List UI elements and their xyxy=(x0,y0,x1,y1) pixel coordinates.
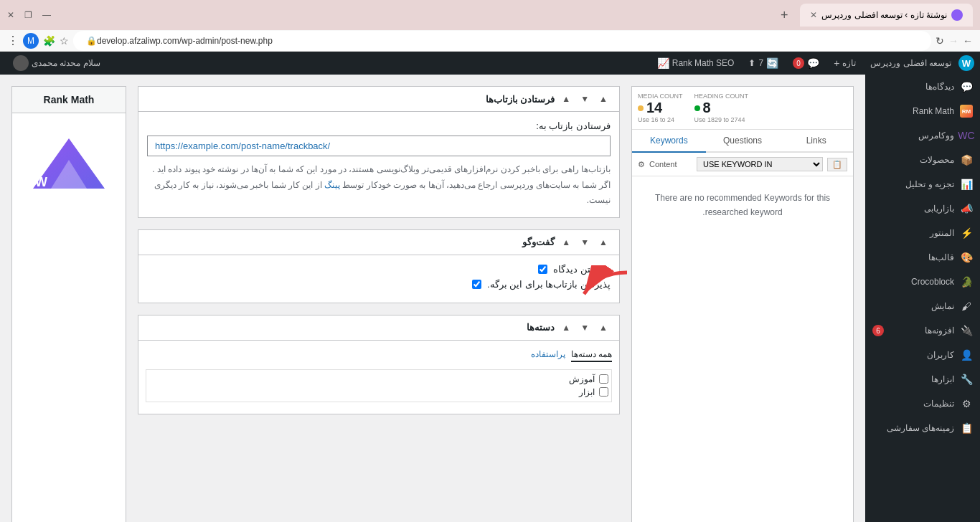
media-dot xyxy=(638,105,644,111)
categories-panel-title: دسته‌ها xyxy=(147,322,555,333)
sidebar-item-label: Rank Math xyxy=(913,106,954,116)
updates-item[interactable]: 🔄 7 ⬆ xyxy=(741,52,786,75)
sidebar-item-marketing[interactable]: 📣 بازاریابی xyxy=(865,196,980,221)
minimize-button[interactable]: — xyxy=(42,10,51,20)
discussion-panel-body: پذیرفتن دیدگاه پذیرفتن بازتاب‌ها برای ای… xyxy=(138,255,619,303)
sidebar-item-dashboard[interactable]: 💬 دیدگاه‌ها xyxy=(865,75,980,99)
categories-toggle-button[interactable]: ▼ xyxy=(578,321,592,334)
updates-count: 7 xyxy=(758,58,763,68)
greeting-text: سلام محدثه محمدی xyxy=(32,58,100,68)
copy-keyword-button[interactable]: 📋 xyxy=(827,158,847,171)
dashboard-icon: 💬 xyxy=(960,80,973,93)
categories-panel-header: ▲ ▼ ▲ دسته‌ها xyxy=(138,315,619,341)
menu-button[interactable]: ⋮ xyxy=(7,34,19,47)
sidebar-item-rankmath[interactable]: RM Rank Math xyxy=(865,99,980,123)
cat-tab-popular[interactable]: پراستفاده xyxy=(531,348,565,362)
discussion-checkboxes: پذیرفتن دیدگاه پذیرفتن بازتاب‌ها برای ای… xyxy=(147,264,611,290)
sidebar-item-label: زمینه‌های سفارشی xyxy=(887,423,954,433)
trackback-toggle-button[interactable]: ▼ xyxy=(578,92,592,105)
trackbacks-checkbox[interactable] xyxy=(472,280,481,289)
rankmath-icon: RM xyxy=(960,105,973,118)
browser-chrome: نوشتهٔ تازه › توسعه افضلی وردپرس ✕ + — ❐… xyxy=(0,0,980,30)
sidebar-item-crocoblock[interactable]: 🐊 Crocoblock xyxy=(865,270,980,294)
sidebar-item-users[interactable]: 👤 کاربران xyxy=(865,343,980,367)
croco-icon: 🐊 xyxy=(960,275,973,288)
rank-math-logo-svg: W xyxy=(26,135,112,192)
sidebar-item-analytics[interactable]: 📊 تجزیه و تحلیل xyxy=(865,172,980,196)
categories-move-button[interactable]: ▲ xyxy=(559,321,573,334)
trackbacks-check-row: پذیرفتن بازتاب‌ها برای این برگه. xyxy=(147,279,611,290)
sidebar-item-settings[interactable]: ⚙ تنظیمات xyxy=(865,392,980,416)
category-label-1: ابزار xyxy=(579,387,595,397)
keyword-filter-select[interactable]: USE KEYWORD IN xyxy=(697,157,823,171)
sidebar-item-woocommerce[interactable]: WC ووکامرس xyxy=(865,123,980,148)
wp-main-content: MEDIA COUNT 14 Use 16 to 24 HEADING COUN… xyxy=(0,75,865,522)
comments-item[interactable]: 💬 0 xyxy=(786,52,826,75)
trackback-description: بازتاب‌ها راهی برای باخبر کردن نرم‌افزار… xyxy=(147,162,611,209)
sidebar-item-mentor[interactable]: ⚡ المنتور xyxy=(865,221,980,245)
greeting-item[interactable]: سلام محدثه محمدی xyxy=(6,52,108,75)
sidebar-item-templates[interactable]: 🎨 قالب‌ها xyxy=(865,245,980,270)
trackback-field-label: فرستادن بازتاب به: xyxy=(147,120,611,131)
new-tab-button[interactable]: + xyxy=(774,5,794,25)
discussion-panel-title: گفت‌وگو xyxy=(147,237,555,247)
comments-checkbox[interactable] xyxy=(538,265,547,274)
users-icon: 👤 xyxy=(960,348,973,361)
category-item-0: آموزش xyxy=(149,373,608,386)
sidebar-item-tools[interactable]: 🔧 ابزارها xyxy=(865,367,980,392)
ping-link[interactable]: پینگ xyxy=(324,180,340,190)
cat-tab-all[interactable]: همه دسته‌ها xyxy=(571,348,612,362)
comments-checkbox-label: پذیرفتن دیدگاه xyxy=(553,264,611,275)
sidebar-item-label: ابزارها xyxy=(931,374,954,384)
rank-math-bar-item[interactable]: Rank Math SEO 📈 xyxy=(650,52,742,75)
forward-button[interactable]: → xyxy=(948,35,958,47)
category-checkbox-1[interactable] xyxy=(599,387,608,397)
trackback-panel: ▲ ▼ ▲ فرستادن بازتاب‌ها فرستادن بازتاب ب… xyxy=(138,86,620,218)
settings-icon: ⚙ xyxy=(960,397,973,410)
bookmark-button[interactable]: ☆ xyxy=(60,35,69,47)
tab-questions[interactable]: Questions xyxy=(706,130,780,153)
filter-icon: ⚙ xyxy=(638,160,645,169)
sidebar-item-label: تجزیه و تحلیل xyxy=(905,179,954,189)
extensions-button[interactable]: 🧩 xyxy=(43,35,55,47)
heading-count-stat: HEADING COUNT 8 Use 1829 to 2744 xyxy=(694,92,749,123)
sidebar-item-label: محصولات xyxy=(920,155,954,165)
sidebar-item-label: دیدگاه‌ها xyxy=(925,82,954,92)
sidebar-item-custom-fields[interactable]: 📋 زمینه‌های سفارشی xyxy=(865,416,980,440)
close-button[interactable]: ✕ xyxy=(7,10,14,20)
tab-close-button[interactable]: ✕ xyxy=(810,10,817,20)
discussion-move-button[interactable]: ▲ xyxy=(559,236,573,249)
sidebar-item-appearance[interactable]: 🖌 نمایش xyxy=(865,294,980,318)
heading-count-value: 8 xyxy=(703,100,711,116)
reload-button[interactable]: ↻ xyxy=(936,35,944,47)
categories-collapse-button[interactable]: ▲ xyxy=(596,321,611,334)
cat-tabs: همه دسته‌ها پراستفاده xyxy=(146,348,612,362)
address-bar[interactable]: 🔒 develop.afzaliwp.com/wp-admin/post-new… xyxy=(73,31,931,51)
trackback-collapse-button[interactable]: ▲ xyxy=(596,92,611,105)
trackback-move-button[interactable]: ▲ xyxy=(559,92,573,105)
discussion-collapse-button[interactable]: ▲ xyxy=(596,236,611,249)
tab-keywords[interactable]: Keywords xyxy=(632,130,706,153)
sidebar-item-products[interactable]: 📦 محصولات xyxy=(865,148,980,172)
site-name-item[interactable]: توسعه افضلی وردپرس xyxy=(863,52,958,75)
lp-tabs: Links Questions Keywords xyxy=(632,130,853,153)
url-display: develop.afzaliwp.com/wp-admin/post-new.p… xyxy=(97,36,273,46)
analytics-icon: 📊 xyxy=(960,178,973,191)
sidebar-item-label: ووکامرس xyxy=(918,130,954,141)
window-controls: — ❐ ✕ xyxy=(7,10,51,20)
browser-tab[interactable]: نوشتهٔ تازه › توسعه افضلی وردپرس ✕ xyxy=(800,4,973,27)
heading-dot xyxy=(694,105,700,111)
profile-button[interactable]: M xyxy=(23,33,39,49)
discussion-toggle-button[interactable]: ▼ xyxy=(578,236,592,249)
wp-logo[interactable]: W xyxy=(958,55,974,71)
maximize-button[interactable]: ❐ xyxy=(24,10,32,20)
category-checkbox-0[interactable] xyxy=(599,374,608,384)
tab-links[interactable]: Links xyxy=(779,130,853,153)
wp-sidebar: 💬 دیدگاه‌ها RM Rank Math WC ووکامرس 📦 مح… xyxy=(865,75,980,522)
trackback-url-input[interactable] xyxy=(147,136,611,156)
back-button[interactable]: ← xyxy=(963,35,973,47)
heading-count-range: Use 1829 to 2744 xyxy=(694,116,749,123)
new-post-item[interactable]: تازه + xyxy=(826,52,863,75)
sidebar-item-plugins[interactable]: 🔌 افزونه‌ها 6 xyxy=(865,318,980,343)
comment-icon: 💬 xyxy=(807,57,819,69)
